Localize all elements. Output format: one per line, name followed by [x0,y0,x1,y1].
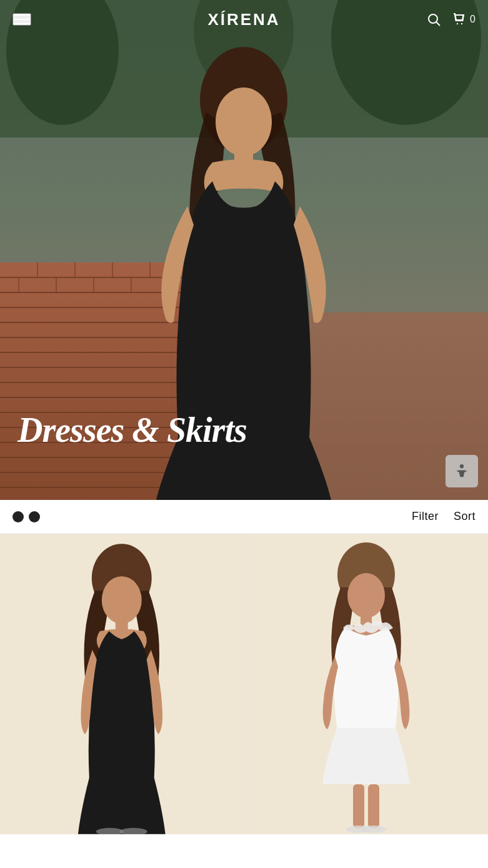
view-one-column[interactable] [29,511,40,522]
svg-point-2 [457,23,458,24]
svg-point-37 [216,87,272,156]
product-card[interactable] [0,534,244,834]
accessibility-button[interactable] [446,455,478,487]
cart-count: 0 [470,14,476,25]
search-button[interactable] [426,12,441,27]
toolbar-actions: Filter Sort [412,510,476,523]
svg-rect-51 [353,784,364,828]
header-left [12,13,31,26]
svg-point-49 [347,573,385,618]
filter-button[interactable]: Filter [412,510,439,523]
product-image-1 [0,534,244,834]
product-grid [0,534,488,834]
svg-point-0 [429,14,437,23]
hero-section: Dresses & Skirts [0,0,488,500]
brand-logo[interactable]: XÍRENA [207,10,280,29]
menu-line-3 [14,23,30,24]
product-toolbar: Filter Sort [0,500,488,534]
product-figure-2 [244,534,488,834]
svg-line-1 [437,22,441,26]
svg-point-43 [102,576,142,624]
view-toggle [12,511,40,522]
product-figure-1 [0,534,244,834]
svg-point-39 [460,464,464,468]
cart-button[interactable]: 0 [451,11,476,27]
product-card[interactable] [244,534,489,834]
category-title: Dresses & Skirts [17,411,247,450]
svg-point-3 [461,23,462,24]
accessibility-icon [453,462,471,480]
header-right: 0 [426,11,476,27]
menu-line-1 [14,14,30,16]
product-image-2 [244,534,489,834]
view-two-column[interactable] [12,511,24,522]
svg-point-54 [361,826,386,833]
menu-line-2 [14,19,30,20]
svg-rect-52 [368,784,379,828]
site-header: XÍRENA 0 [0,0,488,39]
menu-button[interactable] [12,13,31,26]
sort-button[interactable]: Sort [454,510,476,523]
